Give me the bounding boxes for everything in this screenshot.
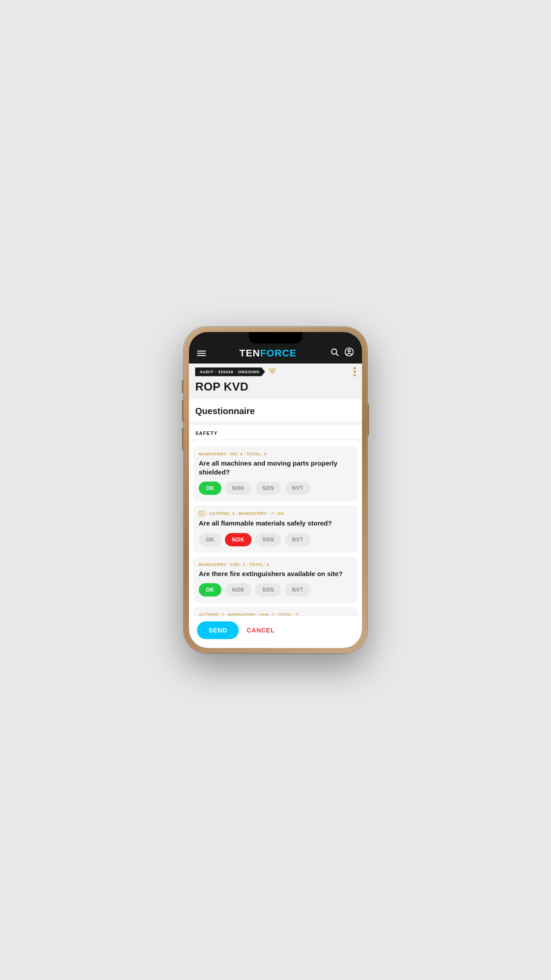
app-logo: TENFORCE — [240, 348, 297, 359]
svg-point-0 — [331, 349, 337, 354]
audit-tag: AUDIT · 325436 · ONGOING — [195, 368, 265, 376]
questionnaire-header: Questionnaire — [189, 399, 362, 422]
question-3-answers: OK NOK SOS NVT — [199, 583, 352, 597]
question-4-meta: ACTIONS: 2 · MANDATORY · #OK: 1 · TOTAL:… — [193, 607, 358, 616]
answer-q3-nok[interactable]: NOK — [225, 583, 252, 597]
answer-q2-sos[interactable]: SOS — [255, 533, 281, 546]
questionnaire-title: Questionnaire — [195, 406, 356, 416]
question-3-text: Are there fire extinguishers available o… — [199, 569, 352, 578]
answer-q1-nok[interactable]: NOK — [225, 482, 252, 495]
answer-q2-nvt[interactable]: NVT — [285, 533, 311, 546]
power-button — [367, 404, 369, 435]
answer-q2-ok[interactable]: OK — [199, 533, 221, 546]
cancel-button[interactable]: CANCEL — [247, 627, 275, 634]
question-2-meta-text: · ACTIONS: 2 · MANDATORY · ✓: 0/4 — [207, 511, 284, 516]
question-1-answers: OK NOK SOS NVT — [199, 482, 352, 495]
answer-q1-ok[interactable]: OK — [199, 482, 221, 495]
question-card-1: MANDATORY · OK: 4 · TOTAL: 4 Are all mac… — [193, 447, 358, 501]
svg-line-1 — [336, 354, 338, 356]
safety-label: SAFETY — [195, 431, 356, 436]
answer-q2-nok[interactable]: NOK — [225, 533, 252, 546]
answer-q1-nvt[interactable]: NVT — [285, 482, 311, 495]
audit-left-section: AUDIT · 325436 · ONGOING — [195, 368, 276, 376]
main-content: AUDIT · 325436 · ONGOING — [189, 364, 362, 616]
question-3-meta: MANDATORY · #OK: 3 · TOTAL: 3 — [199, 562, 352, 567]
question-1-text: Are all machines and moving parts proper… — [199, 459, 352, 476]
safety-section-header: SAFETY — [189, 425, 362, 439]
filter-icon[interactable] — [268, 368, 276, 376]
svg-point-3 — [348, 350, 350, 352]
answer-q3-sos[interactable]: SOS — [255, 583, 281, 597]
answer-q3-ok[interactable]: OK — [199, 583, 221, 597]
volume-up-button — [182, 400, 184, 422]
profile-icon[interactable] — [344, 347, 354, 359]
answer-q1-sos[interactable]: SOS — [255, 482, 281, 495]
question-card-3: MANDATORY · #OK: 3 · TOTAL: 3 Are there … — [193, 557, 358, 603]
question-2-text: Are all flammable materials safely store… — [199, 519, 352, 528]
more-options-icon[interactable] — [354, 367, 356, 376]
send-button[interactable]: SEND — [197, 621, 239, 639]
app-name-part2: FORCE — [260, 348, 297, 359]
nav-bar: TENFORCE — [189, 344, 362, 364]
search-icon[interactable] — [330, 348, 339, 359]
question-2-answers: OK NOK SOS NVT — [199, 533, 352, 546]
bottom-action-bar: SEND CANCEL — [189, 616, 362, 648]
question-2-meta: · ACTIONS: 2 · MANDATORY · ✓: 0/4 — [199, 511, 352, 516]
nav-action-icons — [330, 347, 354, 359]
page-title: ROP KVD — [189, 379, 362, 399]
notch — [249, 332, 302, 344]
volume-mute-button — [182, 380, 184, 393]
volume-down-button — [182, 428, 184, 450]
answer-q3-nvt[interactable]: NVT — [285, 583, 311, 597]
audit-banner: AUDIT · 325436 · ONGOING — [189, 364, 362, 379]
image-attachment-icon — [199, 511, 205, 516]
hamburger-menu-button[interactable] — [197, 351, 206, 356]
question-card-4-partial: ACTIONS: 2 · MANDATORY · #OK: 1 · TOTAL:… — [193, 607, 358, 616]
question-1-meta: MANDATORY · OK: 4 · TOTAL: 4 — [199, 452, 352, 456]
app-name-part1: TEN — [240, 348, 260, 359]
question-card-2: · ACTIONS: 2 · MANDATORY · ✓: 0/4 Are al… — [193, 506, 358, 553]
questions-container: MANDATORY · OK: 4 · TOTAL: 4 Are all mac… — [189, 440, 362, 616]
